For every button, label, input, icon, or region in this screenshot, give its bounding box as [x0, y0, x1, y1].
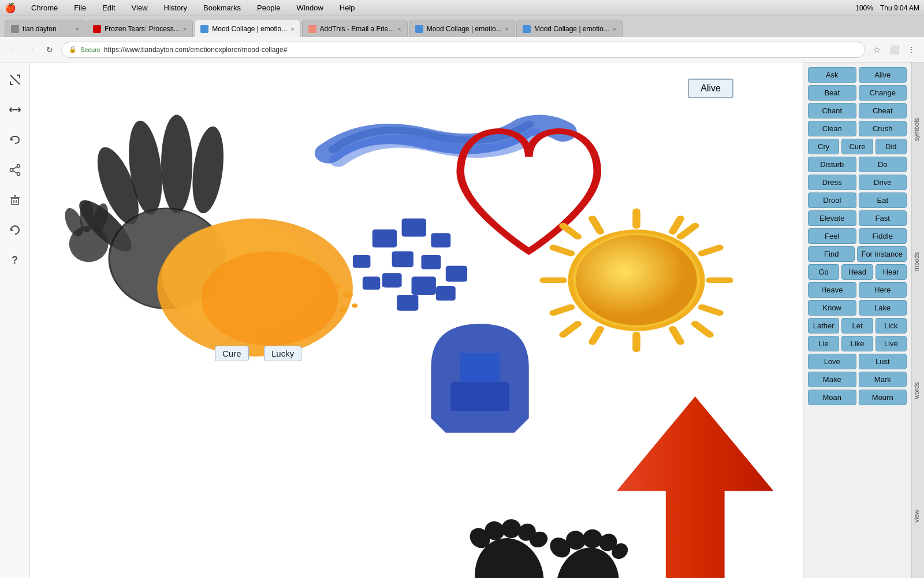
word-fiddle[interactable]: Fiddle	[859, 228, 907, 244]
svg-point-18	[110, 209, 223, 308]
puzzle-head	[431, 324, 528, 432]
url-bar[interactable]: 🔒 Secure https://www.tiandayton.com/emot…	[61, 42, 865, 58]
word-mark[interactable]: Mark	[859, 372, 907, 387]
word-hear[interactable]: Hear	[875, 264, 907, 280]
menu-file[interactable]: File	[70, 2, 90, 13]
word-fast[interactable]: Fast	[859, 210, 907, 226]
menu-edit[interactable]: Edit	[99, 2, 118, 13]
delete-tool-btn[interactable]	[5, 190, 25, 210]
word-here[interactable]: Here	[859, 282, 907, 298]
back-button[interactable]: ←	[6, 43, 20, 57]
word-lick[interactable]: Lick	[875, 318, 907, 334]
word-mourn[interactable]: Mourn	[859, 390, 907, 405]
refresh-button[interactable]: ↻	[43, 43, 57, 57]
word-drool[interactable]: Drool	[808, 192, 856, 208]
alive-canvas-btn[interactable]: Alive	[688, 79, 733, 98]
symbols-label[interactable]: symbols	[912, 113, 924, 146]
tab-mood-collage-active[interactable]: Mood Collage | emotio... ×	[194, 20, 300, 37]
tab-close-btn[interactable]: ×	[397, 25, 401, 32]
menu-window[interactable]: Window	[293, 2, 327, 13]
word-change[interactable]: Change	[859, 85, 907, 101]
svg-point-71	[565, 530, 587, 550]
word-disturb[interactable]: Disturb	[808, 157, 856, 172]
lucky-canvas-btn[interactable]: Lucky	[264, 346, 301, 361]
menu-icon[interactable]: ⋮	[904, 43, 918, 57]
share-icon	[9, 164, 21, 176]
forward-button[interactable]: →	[24, 43, 38, 57]
word-lust[interactable]: Lust	[859, 354, 907, 369]
word-crush[interactable]: Crush	[859, 121, 907, 136]
word-dress[interactable]: Dress	[808, 175, 856, 190]
word-elevate[interactable]: Elevate	[808, 210, 856, 226]
word-cry[interactable]: Cry	[808, 139, 839, 154]
tab-mood-collage-3[interactable]: Mood Collage | emotio... ×	[516, 20, 623, 37]
bookmark-icon[interactable]: ☆	[870, 43, 884, 57]
tab-title: Mood Collage | emotio...	[212, 25, 287, 33]
menu-people[interactable]: People	[254, 2, 284, 13]
tab-close-btn[interactable]: ×	[76, 25, 79, 32]
word-drive[interactable]: Drive	[859, 175, 907, 190]
svg-line-57	[673, 218, 681, 232]
view-label[interactable]: view	[912, 505, 924, 527]
words-row-7: Dress Drive	[808, 175, 907, 190]
word-let[interactable]: Let	[841, 318, 873, 334]
word-alive[interactable]: Alive	[859, 67, 907, 83]
help-tool-btn[interactable]: ?	[5, 250, 25, 271]
word-like[interactable]: Like	[841, 336, 873, 351]
word-chant[interactable]: Chant	[808, 103, 856, 118]
tab-close-btn[interactable]: ×	[183, 25, 187, 32]
tab-frozen-tears[interactable]: Frozen Tears: Process... ×	[87, 20, 193, 37]
word-find[interactable]: Find	[808, 246, 855, 262]
svg-point-24	[162, 222, 319, 331]
word-clean[interactable]: Clean	[808, 121, 856, 136]
word-cure[interactable]: Cure	[841, 139, 873, 154]
tab-tian-dayton[interactable]: tian dayton ×	[5, 20, 85, 37]
word-moan[interactable]: Moan	[808, 390, 856, 405]
word-head[interactable]: Head	[841, 264, 873, 280]
menu-help[interactable]: Help	[336, 2, 359, 13]
moods-label[interactable]: moods	[912, 247, 924, 276]
undo-tool-btn[interactable]	[5, 129, 25, 150]
secure-label: Secure	[80, 46, 100, 53]
menu-chrome[interactable]: Chrome	[28, 2, 61, 13]
cure-canvas-btn[interactable]: Cure	[215, 346, 249, 361]
word-know[interactable]: Know	[808, 300, 856, 316]
tab-favicon	[415, 25, 423, 33]
word-live[interactable]: Live	[875, 336, 907, 351]
word-beat[interactable]: Beat	[808, 85, 856, 101]
tab-close-btn[interactable]: ×	[613, 25, 616, 32]
handprint-group	[70, 114, 228, 309]
tab-close-btn[interactable]: ×	[290, 25, 294, 32]
svg-line-55	[702, 307, 720, 313]
word-for-instance[interactable]: For instance	[857, 246, 907, 262]
tab-close-btn[interactable]: ×	[505, 25, 509, 32]
word-make[interactable]: Make	[808, 372, 856, 387]
refresh-tool-btn[interactable]	[5, 220, 25, 240]
word-feel[interactable]: Feel	[808, 228, 856, 244]
tab-title: AddThis - Email a Frie...	[320, 25, 394, 33]
svg-point-3	[17, 173, 20, 176]
words-label[interactable]: words	[912, 377, 924, 403]
apple-menu[interactable]: 🍎	[5, 2, 16, 13]
word-eat[interactable]: Eat	[859, 192, 907, 208]
resize-tool-btn[interactable]	[5, 69, 25, 90]
word-lie[interactable]: Lie	[808, 336, 839, 351]
word-ask[interactable]: Ask	[808, 67, 856, 83]
menu-view[interactable]: View	[128, 2, 151, 13]
word-lake[interactable]: Lake	[859, 300, 907, 316]
menu-bookmarks[interactable]: Bookmarks	[200, 2, 244, 13]
tab-mood-collage-2[interactable]: Mood Collage | emotio... ×	[409, 20, 515, 37]
word-do[interactable]: Do	[859, 157, 907, 172]
word-love[interactable]: Love	[808, 354, 856, 369]
word-lather[interactable]: Lather	[808, 318, 839, 334]
word-go[interactable]: Go	[808, 264, 839, 280]
cast-icon[interactable]: ⬜	[887, 43, 901, 57]
word-cheat[interactable]: Cheat	[859, 103, 907, 118]
word-heave[interactable]: Heave	[808, 282, 856, 298]
move-tool-btn[interactable]	[5, 99, 25, 120]
word-did[interactable]: Did	[875, 139, 907, 154]
canvas-area[interactable]: Cure Lucky Alive	[30, 62, 803, 578]
share-tool-btn[interactable]	[5, 160, 25, 180]
menu-history[interactable]: History	[161, 2, 191, 13]
tab-addthis[interactable]: AddThis - Email a Frie... ×	[302, 20, 408, 37]
